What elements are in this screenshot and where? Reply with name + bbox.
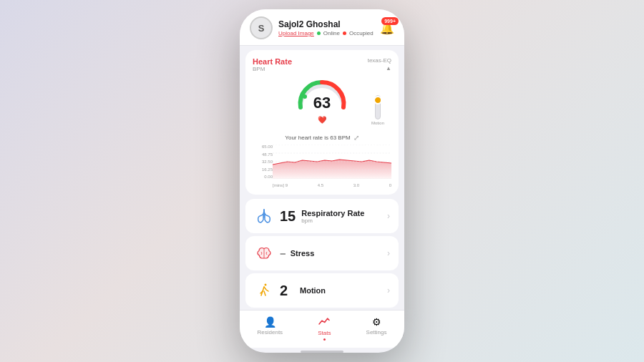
header-status: Upload Image Online Occupied (278, 30, 374, 36)
bottom-nav: 👤 Residents Stats ⚙ Settings (240, 310, 404, 348)
respiratory-rate-card[interactable]: 15 Respiratory Rate bpm › (245, 199, 399, 233)
main-content: Heart Rate BPM texas-EQ ▲ (240, 46, 404, 310)
y-label-4: 0.00 (253, 175, 273, 179)
respiratory-chevron-icon[interactable]: › (387, 211, 390, 221)
heart-rate-card: Heart Rate BPM texas-EQ ▲ (245, 50, 399, 195)
chart-svg-area (273, 145, 391, 179)
respiratory-info: Respiratory Rate bpm (301, 209, 381, 224)
card-right: texas-EQ ▲ (368, 57, 391, 72)
slider-track (375, 95, 381, 119)
motion-card[interactable]: 2 Motion › (245, 273, 399, 308)
online-label: Online (323, 30, 340, 36)
settings-icon: ⚙ (372, 316, 381, 328)
running-icon (254, 280, 274, 300)
respiratory-unit: bpm (301, 217, 381, 224)
x-label-2: 3.0 (353, 183, 359, 187)
notification-bell[interactable]: 🔔 999+ (380, 21, 394, 35)
respiratory-value: 15 (280, 208, 296, 225)
stress-value: -- (280, 247, 285, 260)
brain-icon (254, 243, 274, 263)
phone-frame: S Sajol2 Ghoshal Upload Image Online Occ… (240, 9, 404, 353)
nav-residents[interactable]: 👤 Residents (258, 316, 283, 341)
x-label-1: 4.5 (318, 183, 323, 187)
stats-active-indicator (323, 338, 326, 341)
avatar: S (250, 16, 273, 39)
chart-svg (273, 145, 391, 179)
occupied-label: Occupied (349, 30, 374, 36)
chart-y-axis: 65.00 48.75 32.50 16.25 0.00 (253, 145, 273, 179)
motion-name: Motion (300, 286, 381, 295)
notification-count: 999+ (381, 17, 399, 25)
heart-icon: ❤️ (318, 116, 326, 124)
dot-occupied (343, 31, 346, 35)
heart-rate-subtitle: BPM (253, 66, 292, 72)
stress-chevron-icon[interactable]: › (387, 248, 390, 258)
motion-value: 2 (280, 283, 294, 299)
respiratory-name: Respiratory Rate (301, 209, 381, 217)
upload-label[interactable]: Upload Image (278, 30, 314, 36)
y-label-0: 65.00 (253, 145, 273, 149)
expand-icon[interactable]: ⤢ (353, 134, 359, 142)
settings-label: Settings (366, 329, 387, 336)
chevron-up-icon[interactable]: ▲ (386, 65, 391, 72)
gauge-section: 63 ❤️ Motion (253, 75, 391, 132)
chart-x-axis: [mins] 9 4.5 3.0 0 (273, 183, 391, 187)
y-label-3: 16.25 (253, 167, 273, 172)
stress-info: Stress (291, 249, 381, 258)
brain-svg (255, 245, 273, 262)
stress-card[interactable]: -- Stress › (245, 236, 399, 270)
hr-message-text: Your heart rate is 63 BPM (285, 134, 350, 141)
heart-rate-title: Heart Rate (253, 57, 292, 66)
svg-point-8 (265, 284, 267, 286)
motion-chevron-icon[interactable]: › (387, 285, 390, 295)
motion-slider: Motion (371, 95, 384, 125)
lung-icon (254, 206, 274, 226)
x-label-3: 0 (389, 183, 391, 187)
header-info: Sajol2 Ghoshal Upload Image Online Occup… (278, 19, 374, 36)
source-label: texas-EQ (368, 57, 391, 64)
slider-thumb (374, 96, 382, 104)
svg-point-0 (303, 94, 307, 99)
heart-rate-chart: 65.00 48.75 32.50 16.25 0.00 (253, 145, 391, 187)
hr-message-row: Your heart rate is 63 BPM ⤢ (253, 134, 391, 142)
card-title-section: Heart Rate BPM (253, 57, 292, 72)
header: S Sajol2 Ghoshal Upload Image Online Occ… (240, 9, 404, 46)
residents-label: Residents (258, 329, 283, 336)
y-label-1: 48.75 (253, 152, 273, 157)
slider-label: Motion (371, 121, 384, 125)
run-svg (255, 282, 273, 299)
heart-rate-value: 63 (313, 94, 331, 112)
residents-icon: 👤 (264, 316, 276, 328)
motion-info: Motion (300, 286, 381, 295)
card-header: Heart Rate BPM texas-EQ ▲ (253, 57, 391, 72)
stats-label: Stats (318, 330, 331, 336)
gauge-wrapper: 63 ❤️ (293, 75, 351, 132)
lung-svg (255, 207, 273, 225)
x-label-0: [mins] 9 (273, 183, 288, 187)
user-name: Sajol2 Ghoshal (278, 19, 374, 29)
y-label-2: 32.50 (253, 160, 273, 164)
stats-icon (318, 316, 330, 328)
svg-point-7 (263, 209, 265, 210)
home-indicator (301, 351, 343, 353)
nav-stats[interactable]: Stats (318, 316, 331, 341)
stress-name: Stress (291, 249, 381, 258)
dot-online (317, 31, 321, 35)
nav-settings[interactable]: ⚙ Settings (366, 316, 387, 341)
